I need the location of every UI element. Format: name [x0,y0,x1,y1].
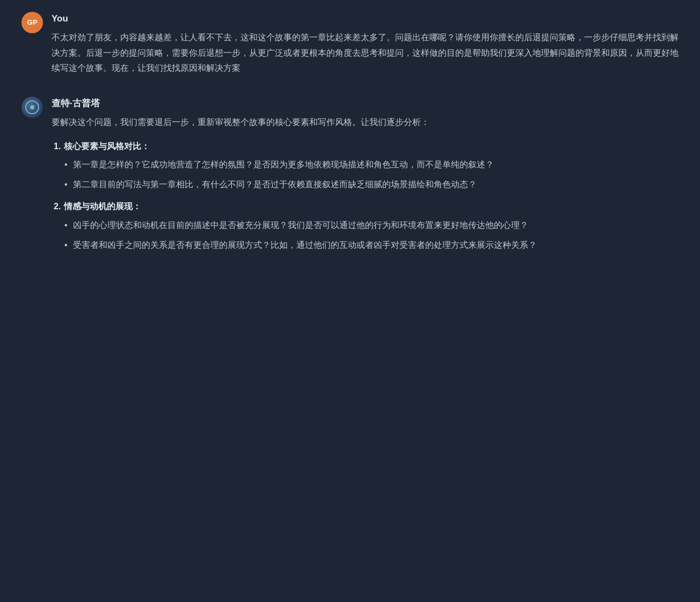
section-2-bullets: 凶手的心理状态和动机在目前的描述中是否被充分展现？我们是否可以通过他的行为和环境… [64,218,679,253]
user-message-content: You 不太对劲了朋友，内容越来越差，让人看不下去，这和这个故事的第一章比起来差… [52,11,679,76]
user-avatar: GP [21,12,43,33]
ai-sender-name: 查特·古普塔 [52,96,679,112]
ai-message-text: 要解决这个问题，我们需要退后一步，重新审视整个故事的核心要素和写作风格。让我们逐… [52,115,679,253]
section-1-title: 核心要素与风格对比： [64,139,150,155]
ai-avatar-inner [21,97,43,118]
ai-message-block: 查特·古普塔 要解决这个问题，我们需要退后一步，重新审视整个故事的核心要素和写作… [21,96,679,259]
section-1-bullets: 第一章是怎样的？它成功地营造了怎样的氛围？是否因为更多地依赖现场描述和角色互动，… [64,157,679,193]
section-2-title: 情感与动机的展现： [64,199,141,215]
user-message-block: GP You 不太对劲了朋友，内容越来越差，让人看不下去，这和这个故事的第一章比… [21,11,679,76]
list-item: 凶手的心理状态和动机在目前的描述中是否被充分展现？我们是否可以通过他的行为和环境… [64,218,679,233]
list-item: 第二章目前的写法与第一章相比，有什么不同？是否过于依赖直接叙述而缺乏细腻的场景描… [64,177,679,193]
user-avatar-initials: GP [27,17,38,29]
user-message-text: 不太对劲了朋友，内容越来越差，让人看不下去，这和这个故事的第一章比起来差太多了。… [52,30,679,76]
section-2-header: 2. 情感与动机的展现： [54,199,679,215]
numbered-item-2: 2. 情感与动机的展现： 凶手的心理状态和动机在目前的描述中是否被充分展现？我们… [54,199,679,253]
section-2-number: 2. [54,199,61,215]
list-item: 受害者和凶手之间的关系是否有更合理的展现方式？比如，通过他们的互动或者凶手对受害… [64,238,679,253]
list-item: 第一章是怎样的？它成功地营造了怎样的氛围？是否因为更多地依赖现场描述和角色互动，… [64,157,679,173]
ai-numbered-list: 1. 核心要素与风格对比： 第一章是怎样的？它成功地营造了怎样的氛围？是否因为更… [52,139,679,253]
chat-container: GP You 不太对劲了朋友，内容越来越差，让人看不下去，这和这个故事的第一章比… [0,0,700,289]
section-1-number: 1. [54,139,61,155]
numbered-item-1: 1. 核心要素与风格对比： 第一章是怎样的？它成功地营造了怎样的氛围？是否因为更… [54,139,679,193]
user-sender-name: You [52,11,679,27]
ai-avatar [21,97,43,118]
ai-intro: 要解决这个问题，我们需要退后一步，重新审视整个故事的核心要素和写作风格。让我们逐… [52,115,679,130]
section-1-header: 1. 核心要素与风格对比： [54,139,679,155]
ai-message-content: 查特·古普塔 要解决这个问题，我们需要退后一步，重新审视整个故事的核心要素和写作… [52,96,679,259]
